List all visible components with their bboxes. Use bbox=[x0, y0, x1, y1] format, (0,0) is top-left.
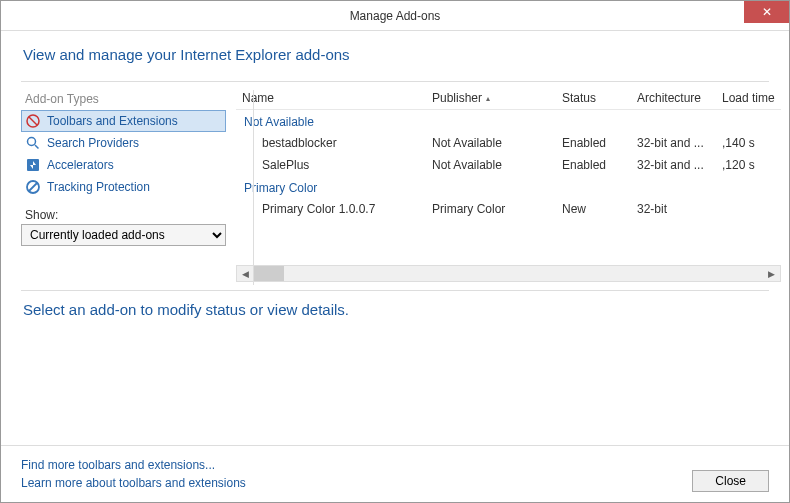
column-status[interactable]: Status bbox=[556, 87, 631, 109]
footer: Find more toolbars and extensions... Lea… bbox=[1, 445, 789, 502]
svg-line-5 bbox=[29, 183, 38, 192]
cell-status: New bbox=[556, 200, 631, 218]
horizontal-scrollbar[interactable]: ◀ ▶ bbox=[236, 265, 781, 282]
cell-load-time: ,140 s bbox=[716, 134, 781, 152]
column-publisher[interactable]: Publisher▴ bbox=[426, 87, 556, 109]
titlebar: Manage Add-ons ✕ bbox=[1, 1, 789, 31]
group-header[interactable]: Not Available bbox=[236, 110, 781, 132]
sidebar-item-toolbars-extensions[interactable]: Toolbars and Extensions bbox=[21, 110, 226, 132]
scroll-track[interactable] bbox=[254, 266, 763, 281]
show-label: Show: bbox=[21, 198, 226, 224]
show-dropdown[interactable]: Currently loaded add-ons bbox=[21, 224, 226, 246]
cell-publisher: Primary Color bbox=[426, 200, 556, 218]
cell-architecture: 32-bit and ... bbox=[631, 156, 716, 174]
sort-ascending-icon: ▴ bbox=[486, 94, 490, 103]
column-architecture[interactable]: Architecture bbox=[631, 87, 716, 109]
page-title: View and manage your Internet Explorer a… bbox=[23, 46, 767, 63]
accelerators-icon bbox=[25, 157, 41, 173]
cell-architecture: 32-bit and ... bbox=[631, 134, 716, 152]
addon-table: Name Publisher▴ Status Architecture Load… bbox=[236, 87, 781, 261]
vertical-divider bbox=[253, 90, 254, 285]
cell-load-time bbox=[716, 200, 781, 218]
sidebar-heading: Add-on Types bbox=[21, 90, 226, 110]
search-icon bbox=[25, 135, 41, 151]
toolbars-icon bbox=[25, 113, 41, 129]
cell-load-time: ,120 s bbox=[716, 156, 781, 174]
sidebar-item-label: Toolbars and Extensions bbox=[47, 114, 178, 128]
cell-status: Enabled bbox=[556, 134, 631, 152]
cell-name: SalePlus bbox=[236, 156, 426, 174]
window-title: Manage Add-ons bbox=[1, 9, 789, 23]
close-button[interactable]: Close bbox=[692, 470, 769, 492]
sidebar: Add-on Types Toolbars and Extensions Sea… bbox=[21, 82, 226, 282]
column-name[interactable]: Name bbox=[236, 87, 426, 109]
footer-links: Find more toolbars and extensions... Lea… bbox=[21, 456, 246, 492]
cell-status: Enabled bbox=[556, 156, 631, 174]
scroll-left-button[interactable]: ◀ bbox=[237, 266, 254, 281]
sidebar-item-label: Accelerators bbox=[47, 158, 114, 172]
window-close-button[interactable]: ✕ bbox=[744, 1, 789, 23]
scroll-thumb[interactable] bbox=[254, 266, 284, 281]
sidebar-item-accelerators[interactable]: Accelerators bbox=[21, 154, 226, 176]
sidebar-item-search-providers[interactable]: Search Providers bbox=[21, 132, 226, 154]
sidebar-item-tracking-protection[interactable]: Tracking Protection bbox=[21, 176, 226, 198]
group-header[interactable]: Primary Color bbox=[236, 176, 781, 198]
column-load-time[interactable]: Load time bbox=[716, 87, 781, 109]
scroll-right-button[interactable]: ▶ bbox=[763, 266, 780, 281]
svg-line-2 bbox=[35, 145, 39, 149]
cell-publisher: Not Available bbox=[426, 156, 556, 174]
table-row[interactable]: bestadblocker Not Available Enabled 32-b… bbox=[236, 132, 781, 154]
cell-name: Primary Color 1.0.0.7 bbox=[236, 200, 426, 218]
find-more-link[interactable]: Find more toolbars and extensions... bbox=[21, 456, 246, 474]
table-row[interactable]: SalePlus Not Available Enabled 32-bit an… bbox=[236, 154, 781, 176]
cell-name: bestadblocker bbox=[236, 134, 426, 152]
details-prompt: Select an add-on to modify status or vie… bbox=[1, 291, 789, 328]
cell-architecture: 32-bit bbox=[631, 200, 716, 218]
tracking-protection-icon bbox=[25, 179, 41, 195]
sidebar-item-label: Tracking Protection bbox=[47, 180, 150, 194]
table-header: Name Publisher▴ Status Architecture Load… bbox=[236, 87, 781, 110]
sidebar-item-label: Search Providers bbox=[47, 136, 139, 150]
svg-point-1 bbox=[28, 138, 36, 146]
cell-publisher: Not Available bbox=[426, 134, 556, 152]
header: View and manage your Internet Explorer a… bbox=[1, 31, 789, 73]
close-icon: ✕ bbox=[762, 5, 772, 19]
table-row[interactable]: Primary Color 1.0.0.7 Primary Color New … bbox=[236, 198, 781, 220]
main-panel: Name Publisher▴ Status Architecture Load… bbox=[226, 82, 781, 282]
learn-more-link[interactable]: Learn more about toolbars and extensions bbox=[21, 474, 246, 492]
